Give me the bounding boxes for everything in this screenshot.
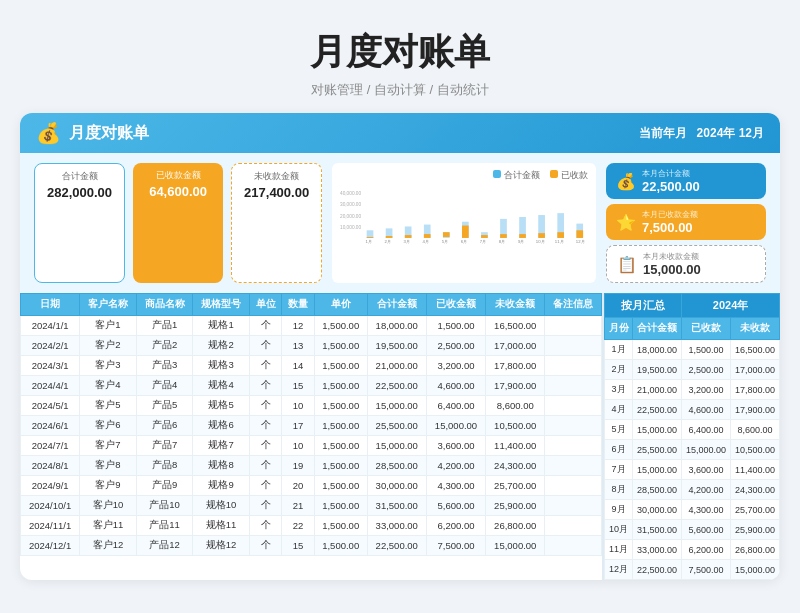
- unreceived-label: 未收款金额: [244, 170, 309, 183]
- side-table-row: 3月21,000.003,200.0017,800.00: [605, 380, 780, 400]
- table-cell: 1,500.00: [314, 376, 367, 396]
- right-card-total-value: 22,500.00: [642, 179, 756, 194]
- side-header-cols: 月份 合计金额 已收款 未收款: [605, 318, 780, 340]
- side-table-cell: 17,900.00: [731, 400, 780, 420]
- table-cell: 22,500.00: [367, 536, 426, 556]
- side-table-row: 8月28,500.004,200.0024,300.00: [605, 480, 780, 500]
- side-table-cell: 17,000.00: [731, 360, 780, 380]
- table-cell: 18,000.00: [367, 316, 426, 336]
- side-table-row: 1月18,000.001,500.0016,500.00: [605, 340, 780, 360]
- table-cell: 15,000.00: [367, 396, 426, 416]
- table-cell: 2024/10/1: [21, 496, 80, 516]
- table-cell: 规格5: [193, 396, 250, 416]
- table-cell: 5,600.00: [426, 496, 485, 516]
- table-cell: 规格3: [193, 356, 250, 376]
- svg-text:10月: 10月: [536, 239, 545, 244]
- table-section: 日期 客户名称 商品名称 规格型号 单位 数量 单价 合计金额 已收金额 未收金…: [20, 293, 780, 580]
- side-table-cell: 25,900.00: [731, 520, 780, 540]
- table-cell: 1,500.00: [426, 316, 485, 336]
- table-cell: 15: [282, 536, 314, 556]
- table-cell: 22: [282, 516, 314, 536]
- table-cell: 产品12: [136, 536, 193, 556]
- col-unreceived: 未收金额: [486, 294, 545, 316]
- side-label-summary: 按月汇总: [605, 294, 682, 318]
- table-cell: 13: [282, 336, 314, 356]
- period-label: 当前年月: [639, 126, 687, 140]
- svg-rect-27: [577, 230, 584, 238]
- table-cell: 产品11: [136, 516, 193, 536]
- side-table-cell: 15,000.00: [731, 560, 780, 580]
- svg-rect-24: [519, 234, 526, 238]
- table-cell: 26,800.00: [486, 516, 545, 536]
- side-col-received: 已收款: [682, 318, 731, 340]
- table-cell: 个: [249, 396, 281, 416]
- svg-text:40,000.00: 40,000.00: [340, 191, 361, 196]
- table-cell: 2024/2/1: [21, 336, 80, 356]
- svg-text:11月: 11月: [555, 239, 564, 244]
- chart-area: 合计金额 已收款 40,000.00 30,000.00 20,000.00 1…: [332, 163, 596, 283]
- legend-received: 已收款: [561, 170, 588, 180]
- side-table-cell: 16,500.00: [731, 340, 780, 360]
- table-cell: 2024/12/1: [21, 536, 80, 556]
- side-table-cell: 4,200.00: [682, 480, 731, 500]
- summary-section: 合计金额 282,000.00 已收款金额 64,600.00 未收款金额 21…: [20, 153, 780, 293]
- table-cell: 2024/1/1: [21, 316, 80, 336]
- col-price: 单价: [314, 294, 367, 316]
- table-cell: 2024/4/1: [21, 376, 80, 396]
- table-cell: 个: [249, 516, 281, 536]
- table-cell: 15: [282, 376, 314, 396]
- side-table-cell: 4,600.00: [682, 400, 731, 420]
- table-cell: [545, 376, 602, 396]
- table-row: 2024/3/1客户3产品3规格3个141,500.0021,000.003,2…: [21, 356, 602, 376]
- svg-rect-25: [538, 233, 545, 238]
- side-table-row: 10月31,500.005,600.0025,900.00: [605, 520, 780, 540]
- col-customer: 客户名称: [80, 294, 137, 316]
- table-cell: 15,000.00: [426, 416, 485, 436]
- page-title: 月度对账单: [20, 28, 780, 77]
- table-cell: 个: [249, 536, 281, 556]
- total-box: 合计金额 282,000.00: [34, 163, 125, 283]
- table-cell: 20: [282, 476, 314, 496]
- table-cell: 个: [249, 416, 281, 436]
- side-table-cell: 28,500.00: [633, 480, 682, 500]
- svg-rect-20: [443, 232, 450, 237]
- table-cell: 31,500.00: [367, 496, 426, 516]
- table-cell: 25,500.00: [367, 416, 426, 436]
- total-value: 282,000.00: [47, 185, 112, 200]
- side-table-cell: 5月: [605, 420, 633, 440]
- table-cell: [545, 516, 602, 536]
- page-subtitle: 对账管理 / 自动计算 / 自动统计: [20, 81, 780, 99]
- side-table-cell: 30,000.00: [633, 500, 682, 520]
- main-table: 日期 客户名称 商品名称 规格型号 单位 数量 单价 合计金额 已收金额 未收金…: [20, 293, 602, 556]
- table-cell: 产品10: [136, 496, 193, 516]
- header-icon: 💰: [36, 121, 61, 145]
- right-card-unreceived-icon: 📋: [617, 255, 637, 274]
- table-cell: [545, 496, 602, 516]
- table-cell: 1,500.00: [314, 396, 367, 416]
- table-cell: 客户11: [80, 516, 137, 536]
- table-cell: 客户12: [80, 536, 137, 556]
- table-cell: 客户9: [80, 476, 137, 496]
- side-table-cell: 15,000.00: [682, 440, 731, 460]
- table-cell: 规格4: [193, 376, 250, 396]
- table-cell: 1,500.00: [314, 416, 367, 436]
- table-cell: 3,600.00: [426, 436, 485, 456]
- table-cell: 7,500.00: [426, 536, 485, 556]
- side-table-row: 5月15,000.006,400.008,600.00: [605, 420, 780, 440]
- table-cell: 15,000.00: [367, 436, 426, 456]
- table-cell: 14: [282, 356, 314, 376]
- side-col-unreceived: 未收款: [731, 318, 780, 340]
- table-cell: 2024/3/1: [21, 356, 80, 376]
- right-card-received: ⭐ 本月已收款金额 7,500.00: [606, 204, 766, 240]
- right-card-total-content: 本月合计金额 22,500.00: [642, 168, 756, 194]
- table-cell: 12: [282, 316, 314, 336]
- side-table-cell: 3,600.00: [682, 460, 731, 480]
- col-unit: 单位: [249, 294, 281, 316]
- table-cell: 15,000.00: [486, 536, 545, 556]
- table-cell: 8,600.00: [486, 396, 545, 416]
- table-row: 2024/9/1客户9产品9规格9个201,500.0030,000.004,3…: [21, 476, 602, 496]
- table-cell: 规格6: [193, 416, 250, 436]
- table-row: 2024/5/1客户5产品5规格5个101,500.0015,000.006,4…: [21, 396, 602, 416]
- chart-svg: 40,000.00 30,000.00 20,000.00 10,000.00: [340, 186, 588, 246]
- right-card-received-label: 本月已收款金额: [642, 209, 756, 220]
